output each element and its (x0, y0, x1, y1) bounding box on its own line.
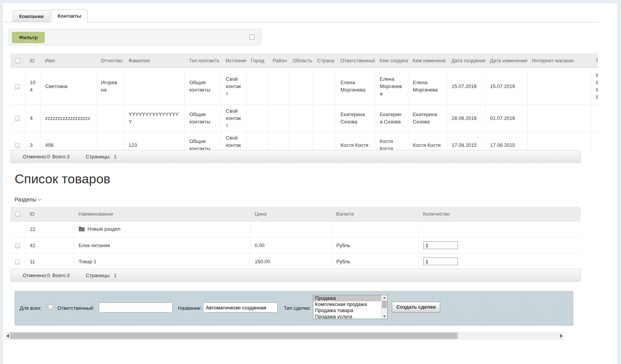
column-created-by[interactable]: Кем создана (375, 53, 408, 68)
checked-count: Отмечено:0 (23, 273, 50, 278)
filter-toggle-icon[interactable] (250, 35, 255, 40)
column-contact-type[interactable]: Тип контакта (185, 53, 221, 68)
cell-date-modified: 01.07.2016 (485, 105, 527, 131)
row-checkbox[interactable] (15, 259, 20, 264)
column-city[interactable]: Город (246, 53, 268, 68)
listbox-scrollbar[interactable] (381, 295, 387, 319)
horizontal-scrollbar[interactable] (5, 332, 564, 340)
cell-responsible: Екатерина Сизова (336, 105, 375, 131)
listbox-option[interactable]: Продажа товара (313, 307, 381, 314)
column-date-modified[interactable]: Дата изменения (485, 53, 527, 68)
sections-dropdown[interactable]: Разделы (15, 196, 41, 203)
contacts-header-row: ID Имя Отчество Фамилия Тип контакта Ист… (10, 53, 598, 68)
cell-region (288, 68, 313, 105)
row-checkbox[interactable] (15, 116, 20, 121)
cell-price (250, 221, 331, 237)
column-responsible[interactable]: Ответственный (336, 53, 375, 68)
cell-currency: Рубль (331, 237, 418, 253)
cell-responsible: Костя Костя (336, 131, 375, 150)
tab-companies[interactable]: Компании (13, 10, 50, 22)
filter-button[interactable]: Фильтр (12, 32, 45, 43)
column-source[interactable]: Источник (221, 53, 246, 68)
cell-phones: 8 8 8 8 (591, 68, 598, 105)
cell-created-by: Елена Моргачева (375, 68, 408, 105)
column-surname[interactable]: Фамилия (124, 53, 185, 68)
listbox-option[interactable]: Продажа (313, 295, 381, 301)
scroll-down-icon[interactable] (381, 314, 388, 319)
listbox-option[interactable]: Продажа услуги (313, 314, 381, 319)
cell-id: 22 (25, 221, 74, 237)
column-phone[interactable]: Т (591, 53, 598, 68)
cell-patronymic (96, 131, 124, 150)
column-district[interactable]: Район (268, 53, 288, 68)
row-checkbox[interactable] (15, 143, 20, 148)
column-quantity[interactable]: Количество (418, 207, 581, 221)
column-price[interactable]: Цена (250, 207, 331, 221)
cell-surname (124, 68, 185, 105)
product-row: 11 Товар 1 150.00 Рубль (10, 253, 581, 269)
cell-product-name: Блок питания (74, 237, 250, 253)
cell-responsible: Елена Моргачева (336, 68, 375, 105)
cell-name: 456 (40, 131, 96, 150)
cell-date-created: 17.08.2015 (447, 131, 485, 150)
scroll-right-icon[interactable] (560, 334, 563, 338)
column-online-store[interactable]: Интернет-магазин (527, 53, 591, 68)
cell-surname: 123 (124, 131, 185, 150)
deal-name-label: Название: (178, 305, 202, 311)
horizontal-scroll-thumb[interactable] (10, 332, 458, 339)
cell-price: 0.00 (250, 237, 331, 253)
contacts-grid: ID Имя Отчество Фамилия Тип контакта Ист… (10, 53, 598, 150)
pages-label: Страницы: (86, 273, 111, 278)
section-folder-label: Новый раздел (88, 225, 121, 233)
cell-currency (331, 221, 418, 237)
column-id[interactable]: ID (25, 207, 74, 221)
cell-district (268, 68, 288, 105)
quantity-input[interactable] (423, 241, 458, 249)
column-currency[interactable]: Валюта (331, 207, 418, 221)
column-product-name[interactable]: Наименование (74, 207, 250, 221)
product-row: 42 Блок питания 0.00 Рубль (10, 237, 581, 253)
crm-page: Компании Контакты Фильтр ID Имя Отчество (0, 0, 621, 364)
create-deals-button[interactable]: Создать сделки (392, 302, 440, 312)
deal-name-input[interactable] (203, 303, 278, 312)
column-name[interactable]: Имя (40, 53, 96, 68)
folder-icon (79, 226, 85, 231)
cell-date-modified: 17.08.2015 (485, 131, 527, 150)
scroll-up-icon[interactable] (381, 295, 388, 300)
contact-row: 3 456 123 Общие контакты Свой контакт Ко… (10, 131, 598, 150)
cell-region (288, 131, 313, 150)
column-modified-by[interactable]: Кем изменена (408, 53, 447, 68)
cell-city (246, 131, 268, 150)
listbox-scroll-thumb[interactable] (382, 301, 387, 308)
cell-source: Свой контакт (221, 68, 246, 105)
row-checkbox[interactable] (15, 84, 20, 89)
total-count: Всего:3 (52, 154, 70, 160)
for-all-checkbox[interactable] (48, 304, 53, 309)
quantity-input[interactable] (423, 258, 458, 265)
listbox-option[interactable]: Комплексная продажа (313, 301, 381, 307)
select-all-products-checkbox[interactable] (15, 212, 20, 217)
cell-source: Свой контакт (221, 131, 246, 150)
cell-source: Свой контакт (221, 105, 246, 131)
cell-product-name[interactable]: Новый раздел (74, 221, 250, 237)
scroll-left-icon[interactable] (7, 334, 9, 338)
cell-online-store (527, 131, 591, 150)
column-patronymic[interactable]: Отчество (96, 53, 124, 68)
responsible-input[interactable] (99, 303, 173, 312)
cell-created-by: Екатерина Сизова (375, 105, 408, 131)
deal-type-label: Тип сделки: (284, 305, 311, 311)
column-country[interactable]: Страна (313, 53, 336, 68)
select-all-contacts-checkbox[interactable] (15, 58, 20, 63)
column-date-created[interactable]: Дата создания (447, 53, 485, 68)
create-deal-panel: Для всех: Ответственный: Название: Тип с… (15, 291, 573, 325)
pages-label: Страницы: (86, 154, 111, 160)
column-id[interactable]: ID (25, 53, 40, 68)
cell-patronymic (96, 105, 124, 131)
column-region[interactable]: Область (288, 53, 313, 68)
row-checkbox[interactable] (15, 243, 20, 248)
cell-id: 3 (25, 131, 40, 150)
deal-type-listbox[interactable]: Продажа Комплексная продажа Продажа това… (313, 295, 388, 319)
cell-id: 104 (25, 68, 40, 105)
tab-contacts[interactable]: Контакты (51, 9, 88, 22)
cell-name: zzzzzzzzzzzzzzzzzz (40, 105, 96, 131)
